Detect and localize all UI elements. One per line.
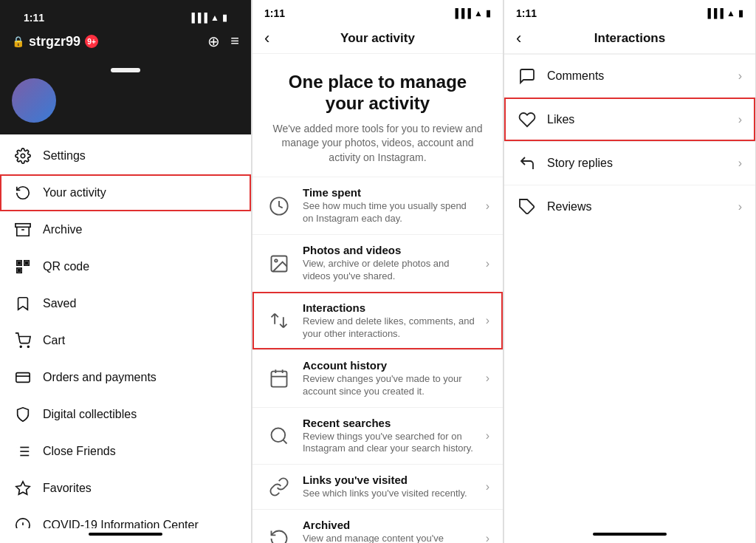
svg-rect-20 [16,373,30,383]
photos-videos-title: Photos and videos [303,244,475,256]
chevron-icon-6: › [486,480,489,494]
recent-searches-desc: Review things you've searched for on Ins… [303,431,475,456]
sidebar-item-close-friends[interactable]: Close Friends [0,433,251,470]
chevron-icon-7: › [486,532,489,543]
sidebar-item-archive[interactable]: Archive [0,211,251,248]
avatar[interactable] [12,78,56,123]
chevron-icon-5: › [486,429,489,443]
activity-item-account-history[interactable]: Account history Review changes you've ma… [252,349,503,407]
sidebar-item-qr-code[interactable]: QR code [0,248,251,285]
interactions-desc: Review and delete likes, comments, and y… [303,315,475,341]
close-friends-icon [15,443,31,460]
link-icon [266,474,292,500]
cart-label: Cart [43,334,65,347]
menu-header: 1:11 ▐▐▐ ▲ ▮ 🔒 strgzr99 9+ ⊕ ≡ [0,0,251,62]
archive-label: Archive [43,223,82,236]
activity-header: ‹ Your activity [252,24,503,54]
recent-searches-text: Recent searches Review things you've sea… [303,417,475,456]
sidebar-item-digital[interactable]: Digital collectibles [0,396,251,433]
back-button-3[interactable]: ‹ [516,29,521,48]
close-friends-label: Close Friends [43,445,116,458]
status-time-2: 1:11 [264,7,285,19]
panel-activity: 1:11 ▐▐▐ ▲ ▮ ‹ Your activity One place t… [252,0,504,543]
interaction-item-story-replies[interactable]: Story replies › [504,141,755,185]
hero-title: One place to manage your activity [267,72,488,115]
sidebar-item-favorites[interactable]: Favorites [0,470,251,507]
username: strgzr99 [29,34,80,49]
add-icon[interactable]: ⊕ [207,33,220,50]
activity-item-photos-videos[interactable]: Photos and videos View, archive or delet… [252,234,503,292]
qr-label: QR code [43,260,89,273]
sidebar-item-covid[interactable]: COVID-19 Information Center [0,507,251,528]
svg-point-39 [272,428,286,442]
activity-list: Time spent See how much time you usually… [252,177,503,543]
sidebar-item-your-activity[interactable]: Your activity [0,174,251,211]
activity-hero: One place to manage your activity We've … [252,54,503,177]
comment-icon [518,66,537,86]
svg-marker-28 [16,482,30,494]
interaction-item-comments[interactable]: Comments › [504,54,755,98]
sidebar-item-saved[interactable]: Saved [0,285,251,322]
account-history-desc: Review changes you've made to your accou… [303,373,475,398]
story-replies-chevron: › [738,157,742,170]
comments-chevron: › [738,69,742,83]
account-history-title: Account history [303,359,475,372]
interaction-item-likes[interactable]: Likes › [504,98,755,141]
activity-item-links[interactable]: Links you've visited See which links you… [252,464,503,509]
user-row: 🔒 strgzr99 9+ ⊕ ≡ [12,27,239,53]
battery-icon: ▮ [222,13,227,23]
svg-point-34 [275,259,278,262]
header-action-icons: ⊕ ≡ [207,33,239,50]
reviews-chevron: › [738,200,742,214]
links-desc: See which links you've visited recently. [303,488,475,500]
sidebar-item-settings[interactable]: Settings [0,137,251,174]
svg-point-19 [27,346,29,347]
interaction-item-reviews[interactable]: Reviews › [504,185,755,228]
status-bar-2: 1:11 ▐▐▐ ▲ ▮ [252,0,503,24]
saved-icon [15,296,31,312]
battery-icon-3: ▮ [738,8,743,18]
signal-icon-2: ▐▐▐ [453,8,472,18]
interactions-icon [266,307,292,334]
sidebar-item-cart[interactable]: Cart [0,322,251,359]
interactions-text: Interactions Review and delete likes, co… [303,301,475,341]
lock-icon: 🔒 [12,35,24,47]
hero-desc: We've added more tools for you to review… [267,122,488,165]
panel-menu: 1:11 ▐▐▐ ▲ ▮ 🔒 strgzr99 9+ ⊕ ≡ [0,0,252,543]
interactions-title: Interactions [594,31,665,46]
chevron-icon: › [486,199,489,213]
back-button-2[interactable]: ‹ [264,29,269,48]
wifi-icon: ▲ [210,13,219,23]
archived-icon [266,525,292,543]
activity-item-interactions[interactable]: Interactions Review and delete likes, co… [252,292,503,349]
account-history-text: Account history Review changes you've ma… [303,359,475,398]
avatar-row [0,62,251,134]
time-spent-title: Time spent [303,186,475,199]
home-indicator-1 [0,528,251,543]
links-text: Links you've visited See which links you… [303,474,475,500]
battery-icon-2: ▮ [486,8,491,18]
gear-icon [15,148,31,164]
chevron-icon-2: › [486,257,489,270]
sidebar-item-orders[interactable]: Orders and payments [0,359,251,396]
links-title: Links you've visited [303,474,475,486]
activity-title: Your activity [340,31,415,46]
interactions-title: Interactions [303,301,475,314]
likes-label: Likes [547,113,728,126]
wifi-icon-2: ▲ [474,8,483,18]
activity-item-archived[interactable]: Archived View and manage content you've … [252,509,503,543]
svg-line-40 [283,440,286,443]
media-icon [266,250,292,277]
activity-item-time-spent[interactable]: Time spent See how much time you usually… [252,177,503,234]
archived-title: Archived [303,519,475,531]
info-icon [15,517,31,528]
comments-label: Comments [547,69,728,83]
digital-label: Digital collectibles [43,408,137,421]
reply-icon [518,154,537,173]
favorites-label: Favorites [43,482,92,495]
activity-item-recent-searches[interactable]: Recent searches Review things you've sea… [252,407,503,465]
photos-videos-text: Photos and videos View, archive or delet… [303,244,475,283]
user-left: 🔒 strgzr99 9+ [12,34,98,49]
hamburger-icon[interactable]: ≡ [230,33,239,50]
svg-point-18 [20,346,21,347]
